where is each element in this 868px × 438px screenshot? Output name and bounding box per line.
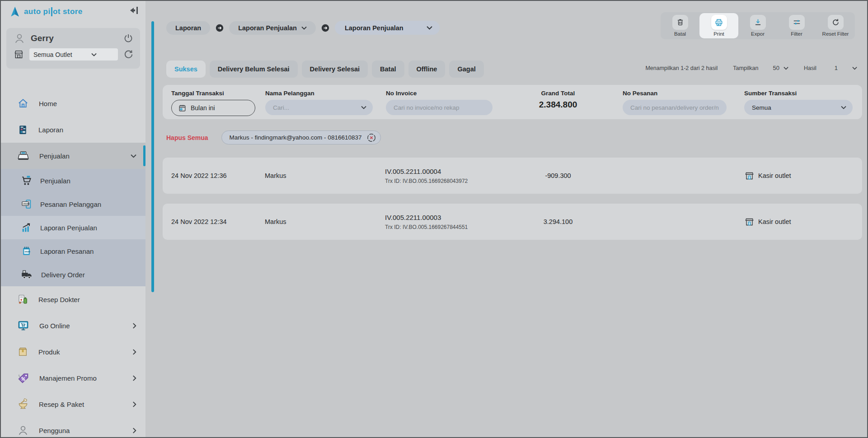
- filter-button[interactable]: Filter: [777, 12, 816, 39]
- sidebar-item-label: Resep & Paket: [39, 401, 84, 408]
- order-report-icon: ORDER: [21, 246, 32, 257]
- chevron-right-icon: [132, 401, 136, 407]
- chevron-down-icon: [427, 26, 432, 30]
- chevron-down-icon: [361, 106, 366, 109]
- tab-delivery-selesai[interactable]: Delivery Selesai: [302, 61, 368, 78]
- logout-power-icon[interactable]: [123, 33, 134, 44]
- chevron-right-icon: [132, 428, 136, 433]
- toolbar-button-label: Reset Filter: [822, 31, 849, 37]
- outlet-name: Kasir outlet: [758, 218, 791, 225]
- transaction-source-select[interactable]: Semua: [744, 100, 853, 115]
- mortar-icon: [17, 398, 29, 410]
- grand-total-value: 2.384.800: [522, 100, 594, 110]
- arrow-right-circle-icon: [321, 24, 329, 32]
- refresh-outlet-icon[interactable]: [123, 49, 134, 60]
- sidebar-item-go-online[interactable]: Go Online: [1, 312, 145, 339]
- sidebar: auto piot store Gerry Semua Out: [1, 1, 145, 437]
- invoice-search-input[interactable]: [386, 100, 493, 115]
- transaction-outlet: Kasir outlet: [745, 204, 791, 240]
- sidebar-item-label: Produk: [38, 348, 60, 356]
- report-type-value: Laporan Penjualan: [345, 24, 404, 32]
- content-scrollbar[interactable]: [151, 21, 154, 292]
- sidebar-item-produk[interactable]: Produk: [1, 339, 145, 365]
- tab-offline[interactable]: Offline: [408, 61, 446, 78]
- date-range-field[interactable]: Bulan ini: [171, 100, 255, 116]
- sidebar-subitem-label: Laporan Pesanan: [40, 247, 94, 255]
- home-icon: [17, 98, 29, 109]
- breadcrumb-laporan-penjualan[interactable]: Laporan Penjualan: [229, 21, 316, 35]
- transaction-datetime: 24 Nov 2022 12:36: [171, 158, 227, 194]
- sidebar-item-manajemen-promo[interactable]: Manajemen Promo: [1, 365, 145, 391]
- clear-all-filters-button[interactable]: Hapus Semua: [166, 134, 208, 141]
- brand-bar: [51, 7, 52, 16]
- expor-button[interactable]: Expor: [738, 12, 777, 39]
- sidebar-subitem-pesanan-pelanggan[interactable]: ORDER Pesanan Pelanggan: [1, 192, 145, 216]
- penjualan-submenu: Penjualan ORDER Pesanan Pelanggan Lapora…: [1, 169, 145, 286]
- date-range-value: Bulan ini: [191, 104, 215, 112]
- cart-icon: [21, 175, 32, 186]
- sidebar-item-resep-dokter[interactable]: Resep Dokter: [1, 286, 145, 312]
- remove-chip-icon[interactable]: [367, 133, 376, 142]
- tab-label: Offline: [417, 65, 437, 73]
- promo-tag-icon: [17, 372, 29, 384]
- sidebar-subitem-delivery-order[interactable]: Delivery Order: [1, 263, 145, 286]
- transaction-row[interactable]: 24 Nov 2022 12:34 Markus IV.005.2211.000…: [163, 204, 862, 240]
- sidebar-item-pengguna[interactable]: Pengguna: [1, 417, 145, 438]
- chevron-down-icon: [301, 26, 307, 30]
- outlet-name: Kasir outlet: [758, 172, 791, 179]
- online-shop-icon: [17, 320, 29, 332]
- download-icon: [750, 15, 766, 30]
- sidebar-item-resep-paket[interactable]: Resep & Paket: [1, 391, 145, 417]
- order-search-input[interactable]: [623, 100, 727, 115]
- outlet-select[interactable]: Semua Outlet: [29, 48, 118, 61]
- filter-chip-row: Hapus Semua Markus - findingmark@yahoo.c…: [166, 130, 381, 144]
- customer-select[interactable]: Cari...: [265, 100, 373, 115]
- svg-text:ORDER: ORDER: [23, 202, 29, 205]
- user-card: Gerry Semua Outlet: [6, 28, 140, 69]
- transaction-row[interactable]: 24 Nov 2022 12:36 Markus IV.005.2211.000…: [163, 158, 862, 194]
- sidebar-subitem-penjualan[interactable]: Penjualan: [1, 169, 145, 192]
- breadcrumb-laporan[interactable]: Laporan: [166, 21, 210, 35]
- reset-filter-button[interactable]: Reset Filter: [816, 12, 855, 39]
- batal-button[interactable]: Batal: [661, 12, 699, 39]
- sidebar-item-laporan[interactable]: Laporan: [1, 116, 145, 143]
- transaction-amount: -909.300: [522, 158, 594, 194]
- transaction-amount: 3.294.100: [522, 204, 594, 240]
- page-select[interactable]: Hasil 1: [804, 65, 857, 71]
- report-icon: [17, 124, 28, 135]
- transaction-invoice-block: IV.005.2211.00003 Trx ID: IV.BO.005.1669…: [385, 204, 468, 240]
- transaction-invoice-block: IV.005.2211.00004 Trx ID: IV.BO.005.1669…: [385, 158, 468, 194]
- prescription-icon: [17, 294, 28, 305]
- trx-id: Trx ID: IV.BO.005.1669267844551: [385, 224, 468, 230]
- report-type-select[interactable]: Laporan Penjualan: [335, 21, 440, 35]
- collapse-sidebar-icon[interactable]: [127, 5, 139, 15]
- sidebar-item-label: Laporan: [38, 126, 63, 134]
- print-button[interactable]: Print: [699, 13, 738, 38]
- sidebar-item-penjualan[interactable]: Penjualan: [1, 143, 145, 169]
- sidebar-subitem-laporan-pesanan[interactable]: ORDER Laporan Pesanan: [1, 239, 145, 263]
- page-size-select[interactable]: Tampilkan 50: [733, 65, 788, 71]
- tab-label: Delivery Belum Selesai: [218, 65, 290, 73]
- arrow-right-circle-icon: [216, 24, 224, 32]
- tab-batal[interactable]: Batal: [372, 61, 404, 78]
- active-indicator: [143, 145, 145, 166]
- sidebar-menu: Home Laporan Penjualan: [1, 90, 145, 438]
- product-box-icon: [17, 346, 28, 358]
- chevron-right-icon: [132, 323, 136, 329]
- page-size-value: 50: [773, 65, 779, 71]
- printer-icon: [711, 15, 727, 30]
- sidebar-item-label: Pengguna: [39, 427, 70, 434]
- filter-label-pelanggan: Nama Pelanggan: [265, 90, 373, 97]
- tab-label: Delivery Selesai: [310, 65, 360, 73]
- tab-sukses[interactable]: Sukses: [166, 61, 206, 78]
- invoice-number: IV.005.2211.00003: [385, 214, 441, 221]
- filter-card: Tanggal Transaksi Bulan ini Nama Pelangg…: [163, 85, 862, 119]
- transaction-datetime: 24 Nov 2022 12:34: [171, 204, 227, 240]
- sidebar-item-home[interactable]: Home: [1, 90, 145, 116]
- sidebar-subitem-laporan-penjualan[interactable]: Laporan Penjualan: [1, 216, 145, 239]
- breadcrumb: Laporan Laporan Penjualan Laporan Penjua…: [166, 21, 440, 35]
- customer-filter-chip: Markus - findingmark@yahoo.com - 0816610…: [221, 130, 381, 144]
- status-tabs: Sukses Delivery Belum Selesai Delivery S…: [166, 61, 484, 78]
- tab-delivery-belum-selesai[interactable]: Delivery Belum Selesai: [210, 61, 298, 78]
- tab-gagal[interactable]: Gagal: [449, 61, 483, 78]
